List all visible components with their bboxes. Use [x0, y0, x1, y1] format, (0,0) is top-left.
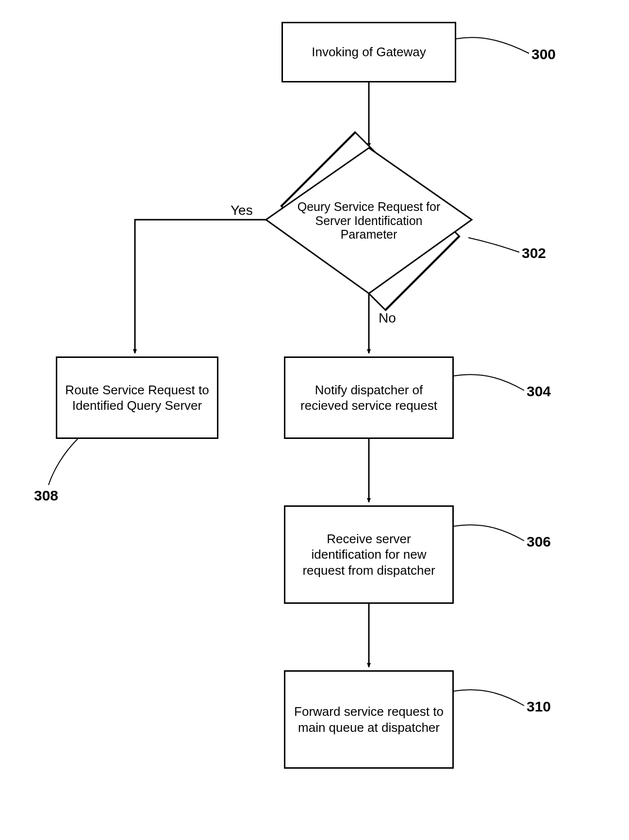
edge-no-label: No	[379, 310, 396, 326]
flowchart-canvas: Invoking of Gateway 300 Qeury Service Re…	[0, 0, 629, 840]
node-310-text: Forward service request to main queue at…	[290, 704, 447, 735]
ref-304: 304	[527, 383, 551, 400]
node-308-text: Route Service Request to Identified Quer…	[62, 382, 212, 414]
node-304: Notify dispatcher of recieved service re…	[284, 356, 454, 439]
node-308: Route Service Request to Identified Quer…	[56, 356, 218, 439]
node-302-text: Qeury Service Request for Server Identif…	[289, 179, 449, 262]
node-306: Receive server identification for new re…	[284, 505, 454, 604]
ref-302: 302	[522, 245, 546, 261]
ref-308: 308	[34, 487, 58, 504]
node-310: Forward service request to main queue at…	[284, 670, 454, 769]
node-304-text: Notify dispatcher of recieved service re…	[290, 382, 447, 414]
edge-yes-label: Yes	[231, 203, 253, 218]
ref-310: 310	[527, 698, 551, 715]
ref-306: 306	[527, 533, 551, 550]
node-306-text: Receive server identification for new re…	[290, 531, 447, 579]
